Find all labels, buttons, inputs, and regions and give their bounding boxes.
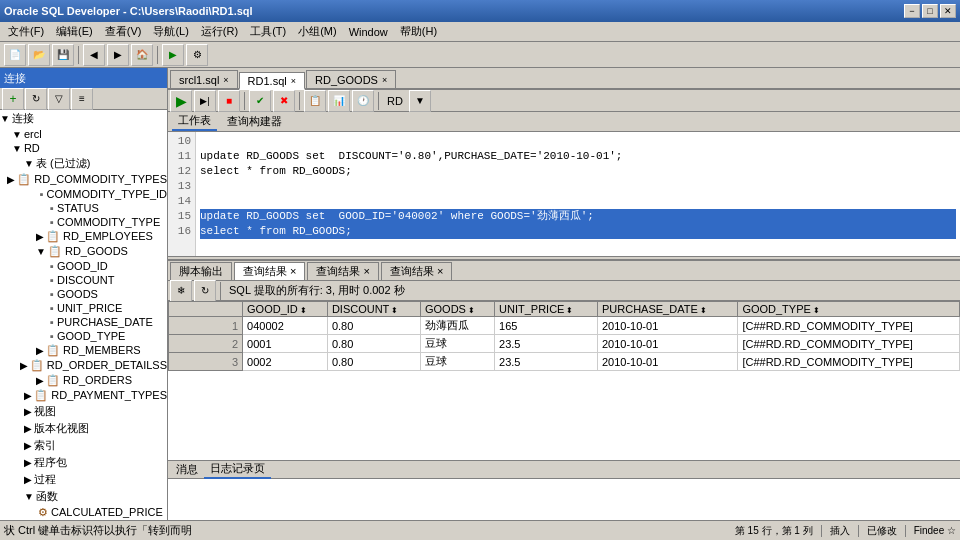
tree-expand-icon[interactable]: ▶ xyxy=(36,375,44,386)
back-button[interactable]: ◀ xyxy=(83,44,105,66)
tree-item-calc_price[interactable]: ⚙ CALCULATED_PRICE xyxy=(0,505,167,520)
tree-item-procedures[interactable]: ▶ 过程 xyxy=(0,471,167,488)
col-header-good_type[interactable]: GOOD_TYPE⬍ xyxy=(738,302,960,317)
tree-item-rd_order_details[interactable]: ▶ 📋 RD_ORDER_DETAILSS xyxy=(0,358,167,373)
new-file-button[interactable]: 📄 xyxy=(4,44,26,66)
tree-item-rd_payment[interactable]: ▶ 📋 RD_PAYMENT_TYPES xyxy=(0,388,167,403)
close-button[interactable]: ✕ xyxy=(940,4,956,18)
tab-close-button[interactable]: × xyxy=(223,75,228,85)
menu-item-l[interactable]: 导航(L) xyxy=(147,22,194,41)
run-query-button[interactable]: ▶| xyxy=(194,90,216,112)
debug-button[interactable]: ⚙ xyxy=(186,44,208,66)
tree-item-rd_goods[interactable]: ▼ 📋 RD_GOODS xyxy=(0,244,167,259)
tree-expand-icon[interactable]: ▶ xyxy=(7,174,15,185)
col-header-unit_price[interactable]: UNIT_PRICE⬍ xyxy=(495,302,598,317)
tree-expand-icon[interactable]: ▶ xyxy=(24,457,32,468)
col-header-goods[interactable]: GOODS⬍ xyxy=(421,302,495,317)
maximize-button[interactable]: □ xyxy=(922,4,938,18)
menu-item-t[interactable]: 工具(T) xyxy=(244,22,292,41)
minimize-button[interactable]: − xyxy=(904,4,920,18)
tree-item-indexes[interactable]: ▶ 索引 xyxy=(0,437,167,454)
tree-item-goods[interactable]: ▪ GOODS xyxy=(0,287,167,301)
tree-expand-icon[interactable]: ▼ xyxy=(36,246,46,257)
tab-close-button[interactable]: × xyxy=(291,76,296,86)
save-button[interactable]: 💾 xyxy=(52,44,74,66)
tree-expand-icon[interactable]: ▼ xyxy=(24,158,34,169)
commit-button[interactable]: ✔ xyxy=(249,90,271,112)
tree-expand-icon[interactable]: ▶ xyxy=(24,440,32,451)
editor-tab-RD_GOODS[interactable]: RD_GOODS× xyxy=(306,70,396,88)
subtab-查询构建器[interactable]: 查询构建器 xyxy=(221,113,288,130)
filter-button[interactable]: ▽ xyxy=(48,88,70,110)
editor-tab-RD1sql[interactable]: RD1.sql× xyxy=(239,72,305,90)
code-editor[interactable]: 10111213141516 update RD_GOODS set DISCO… xyxy=(168,132,960,256)
menu-item-e[interactable]: 编辑(E) xyxy=(50,22,99,41)
freeze-button[interactable]: ❄ xyxy=(170,280,192,302)
tree-expand-icon[interactable]: ▼ xyxy=(12,129,22,140)
tree-item-ercl[interactable]: ▼ ercl xyxy=(0,127,167,141)
tree-item-good_type[interactable]: ▪ GOOD_TYPE xyxy=(0,329,167,343)
col-header-good_id[interactable]: GOOD_ID⬍ xyxy=(243,302,328,317)
code-content[interactable]: update RD_GOODS set DISCOUNT='0.80',PURC… xyxy=(196,132,960,256)
editor-tab-srcl1sql[interactable]: srcl1.sql× xyxy=(170,70,238,88)
tree-item-purchase_date[interactable]: ▪ PURCHASE_DATE xyxy=(0,315,167,329)
data-grid[interactable]: GOOD_ID⬍DISCOUNT⬍GOODS⬍UNIT_PRICE⬍PURCHA… xyxy=(168,301,960,460)
results-tab[interactable]: 查询结果 × xyxy=(234,262,305,280)
tree-item-tables[interactable]: ▼ 表 (已过滤) xyxy=(0,155,167,172)
tree-item-commodity_type[interactable]: ▪ COMMODITY_TYPE xyxy=(0,215,167,229)
tree-expand-icon[interactable]: ▶ xyxy=(20,360,28,371)
refresh-button[interactable]: ↻ xyxy=(25,88,47,110)
home-button[interactable]: 🏠 xyxy=(131,44,153,66)
tree-item-commodity_type_id[interactable]: ▪ COMMODITY_TYPE_ID xyxy=(0,187,167,201)
run-button[interactable]: ▶ xyxy=(162,44,184,66)
menu-item-f[interactable]: 文件(F) xyxy=(2,22,50,41)
tree-item-views[interactable]: ▶ 视图 xyxy=(0,403,167,420)
menu-item-h[interactable]: 帮助(H) xyxy=(394,22,443,41)
properties-button[interactable]: ≡ xyxy=(71,88,93,110)
tree-item-rd_commodity[interactable]: ▶ 📋 RD_COMMODITY_TYPES xyxy=(0,172,167,187)
forward-button[interactable]: ▶ xyxy=(107,44,129,66)
tree-expand-icon[interactable]: ▶ xyxy=(24,406,32,417)
col-header-purchase_date[interactable]: PURCHASE_DATE⬍ xyxy=(597,302,737,317)
stop-button[interactable]: ■ xyxy=(218,90,240,112)
tree-expand-icon[interactable]: ▼ xyxy=(12,143,22,154)
tree-expand-icon[interactable]: ▶ xyxy=(24,474,32,485)
tree-expand-icon[interactable]: ▼ xyxy=(0,113,10,124)
tree-expand-icon[interactable]: ▼ xyxy=(24,491,34,502)
menu-item-v[interactable]: 查看(V) xyxy=(99,22,148,41)
tree-item-snapshots[interactable]: ▶ 版本化视图 xyxy=(0,420,167,437)
tree-item-rd_members[interactable]: ▶ 📋 RD_MEMBERS xyxy=(0,343,167,358)
open-button[interactable]: 📂 xyxy=(28,44,50,66)
history-button[interactable]: 🕐 xyxy=(352,90,374,112)
add-connection-button[interactable]: + xyxy=(2,88,24,110)
tree-item-rd_orders[interactable]: ▶ 📋 RD_ORDERS xyxy=(0,373,167,388)
results-tab[interactable]: 查询结果 × xyxy=(381,262,452,280)
tree-item-rd[interactable]: ▼ RD xyxy=(0,141,167,155)
col-header-discount[interactable]: DISCOUNT⬍ xyxy=(327,302,420,317)
tree-expand-icon[interactable]: ▶ xyxy=(24,423,32,434)
menu-item-r[interactable]: 运行(R) xyxy=(195,22,244,41)
tree-item-status[interactable]: ▪ STATUS xyxy=(0,201,167,215)
tree-item-functions[interactable]: ▼ 函数 xyxy=(0,488,167,505)
tree-item-discount[interactable]: ▪ DISCOUNT xyxy=(0,273,167,287)
results-tab[interactable]: 查询结果 × xyxy=(307,262,378,280)
menu-item-window[interactable]: Window xyxy=(343,24,394,40)
tree-item-connections[interactable]: ▼ 连接 xyxy=(0,110,167,127)
tab-close-button[interactable]: × xyxy=(382,75,387,85)
tree-item-good_id[interactable]: ▪ GOOD_ID xyxy=(0,259,167,273)
tree-item-unit_price[interactable]: ▪ UNIT_PRICE xyxy=(0,301,167,315)
tree-expand-icon[interactable]: ▶ xyxy=(24,390,32,401)
messages-tab-日志记录页[interactable]: 日志记录页 xyxy=(204,460,271,479)
explain-button[interactable]: 📋 xyxy=(304,90,326,112)
run-script-button[interactable]: ▶ xyxy=(170,90,192,112)
messages-tab-消息[interactable]: 消息 xyxy=(170,461,204,478)
tree-item-rd_employees[interactable]: ▶ 📋 RD_EMPLOYEES xyxy=(0,229,167,244)
tree-expand-icon[interactable]: ▶ xyxy=(36,345,44,356)
refresh-results-button[interactable]: ↻ xyxy=(194,280,216,302)
rollback-button[interactable]: ✖ xyxy=(273,90,295,112)
subtab-工作表[interactable]: 工作表 xyxy=(172,112,217,131)
tree-item-packages[interactable]: ▶ 程序包 xyxy=(0,454,167,471)
connection-dropdown[interactable]: ▼ xyxy=(409,90,431,112)
results-tab[interactable]: 脚本输出 xyxy=(170,262,232,280)
tree-expand-icon[interactable]: ▶ xyxy=(36,231,44,242)
